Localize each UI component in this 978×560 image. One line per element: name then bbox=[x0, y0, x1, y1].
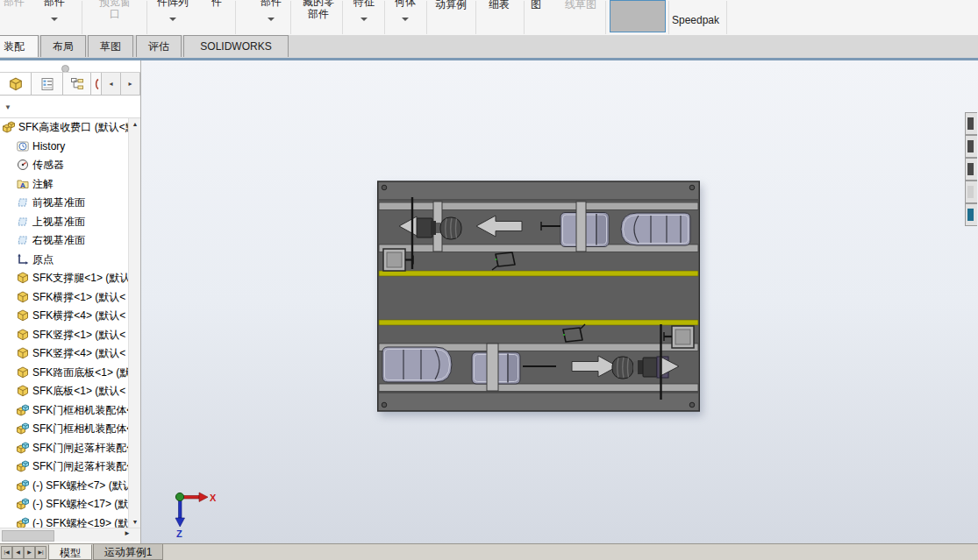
sensor-icon bbox=[17, 159, 30, 172]
tree-item[interactable]: History bbox=[0, 138, 129, 157]
ribbon-group-separator bbox=[146, 1, 147, 34]
task-pane-icon[interactable] bbox=[965, 112, 977, 135]
tree-item-label: 原点 bbox=[32, 252, 54, 267]
tree-item[interactable]: SFK路面底板<1> (默 bbox=[0, 364, 129, 383]
ribbon-group-separator bbox=[605, 1, 606, 34]
tab-label: 布局 bbox=[53, 40, 74, 53]
ribbon-item[interactable]: 何体 bbox=[387, 0, 424, 35]
tree-item[interactable]: SFK门闸起落杆装配体< bbox=[0, 439, 129, 458]
corner-bolt[interactable] bbox=[689, 185, 695, 190]
corner-bolt[interactable] bbox=[689, 402, 695, 408]
ribbon-item[interactable]: 藏的零 部件 bbox=[295, 0, 342, 35]
tree-item[interactable]: (-) SFK螺栓<19> (默 bbox=[0, 514, 129, 528]
ribbon-item[interactable]: 特征 bbox=[346, 0, 382, 35]
scroll-down-arrow[interactable]: ▼ bbox=[129, 516, 141, 528]
panel-scroll-left-icon[interactable]: ◂ bbox=[102, 73, 121, 95]
task-pane-glyph bbox=[967, 209, 974, 221]
subassembly-icon bbox=[17, 460, 30, 473]
motion-nav-next-button[interactable]: ▶ bbox=[24, 546, 35, 559]
scroll-right-arrow[interactable]: ► bbox=[124, 529, 131, 537]
tree-item[interactable]: SFK底板<1> (默认< bbox=[0, 382, 129, 401]
tree-item[interactable]: (-) SFK螺栓<7> (默认 bbox=[0, 477, 129, 496]
vehicle-bus[interactable] bbox=[382, 347, 452, 382]
tree-item[interactable]: SFK门框相机装配体< bbox=[0, 420, 129, 439]
tree-item[interactable]: A注解 bbox=[0, 175, 129, 195]
tab-assembly[interactable]: 装配体 bbox=[0, 35, 39, 57]
tree-item[interactable]: 传感器 bbox=[0, 156, 129, 175]
z-axis bbox=[179, 500, 182, 518]
scroll-up-arrow[interactable]: ▲ bbox=[129, 118, 141, 130]
motion-nav-previous-button[interactable]: ◀ bbox=[12, 546, 24, 559]
panel-tab-configurationmanager[interactable] bbox=[63, 73, 91, 95]
tree-item[interactable]: SFK横撑<1> (默认< bbox=[0, 288, 129, 308]
tree-item[interactable]: 前视基准面 bbox=[0, 194, 129, 213]
ribbon-item[interactable]: 件 bbox=[203, 0, 230, 35]
graphics-viewport[interactable]: X Z bbox=[141, 60, 978, 543]
corner-bolt[interactable] bbox=[382, 402, 387, 408]
tree-item[interactable]: (-) SFK螺栓<17> (默 bbox=[0, 495, 129, 514]
filter-dropdown-caret[interactable]: ▼ bbox=[4, 103, 11, 111]
solidworks-window: 部件部件预览窗 口件阵列件部件藏的零 部件特征何体动算例细表图线草图Speedp… bbox=[0, 0, 978, 560]
tree-item[interactable]: SFK支撑腿<1> (默认 bbox=[0, 269, 129, 288]
dropdown-caret-icon[interactable] bbox=[51, 18, 58, 25]
panel-tab-displaypane[interactable] bbox=[91, 73, 102, 95]
ribbon-item-label: 预览窗 口 bbox=[88, 0, 142, 20]
ribbon-item[interactable]: Speedpak bbox=[670, 0, 721, 35]
tab-label: 运动算例1 bbox=[104, 546, 153, 558]
tree-item[interactable]: 原点 bbox=[0, 251, 129, 270]
panel-tab-featuremanager[interactable] bbox=[0, 73, 32, 95]
panel-tab-propertymanager[interactable] bbox=[32, 73, 63, 95]
ribbon-item-label: 件阵列 bbox=[149, 0, 196, 8]
ribbon-item: 预览窗 口 bbox=[88, 0, 142, 35]
dropdown-caret-icon[interactable] bbox=[268, 18, 275, 25]
tree-vertical-scrollbar[interactable]: ▲ ▼ bbox=[128, 118, 140, 528]
tab-motion-study-1[interactable]: 运动算例1 bbox=[93, 544, 163, 560]
dropdown-caret-icon[interactable] bbox=[361, 18, 368, 25]
tree-item[interactable]: 上视基准面 bbox=[0, 213, 129, 232]
motion-nav-last-button[interactable]: ▶| bbox=[35, 546, 46, 559]
ribbon-group-separator bbox=[342, 1, 343, 34]
tree-item[interactable]: SFK门框相机装配体< bbox=[0, 401, 129, 421]
tree-item[interactable]: SFK竖撑<1> (默认< bbox=[0, 326, 129, 345]
ribbon-item[interactable]: 件阵列 bbox=[149, 0, 196, 35]
gantry-post[interactable] bbox=[576, 202, 586, 252]
tab-solidworks-addins[interactable]: SOLIDWORKS 插件 bbox=[183, 35, 289, 57]
tree-horizontal-scrollbar[interactable]: ► bbox=[0, 528, 141, 542]
tree-item-label: 注解 bbox=[32, 177, 54, 192]
tree-filter-row: ▼ bbox=[0, 96, 141, 118]
task-pane-icon[interactable] bbox=[965, 158, 977, 181]
tab-sketch[interactable]: 草图 bbox=[88, 35, 133, 57]
ribbon-item[interactable]: 部件 bbox=[253, 0, 289, 35]
tree-item[interactable]: SFK门闸起落杆装配体< bbox=[0, 457, 129, 477]
tab-evaluate[interactable]: 评估 bbox=[136, 35, 182, 57]
gantry-post[interactable] bbox=[487, 344, 498, 391]
tree-item-label: 传感器 bbox=[32, 158, 64, 173]
task-pane-icon[interactable] bbox=[965, 181, 977, 203]
ribbon-item[interactable]: 细表 bbox=[481, 0, 518, 35]
tree-item-label: History bbox=[32, 140, 65, 152]
corner-bolt[interactable] bbox=[382, 185, 387, 190]
tab-model[interactable]: 模型 bbox=[48, 544, 92, 560]
tab-label: 模型 bbox=[60, 547, 81, 559]
tree-item[interactable]: 右视基准面 bbox=[0, 231, 129, 251]
task-pane-icon[interactable] bbox=[965, 135, 977, 158]
command-tab-bar: 装配体 布局 草图 评估 SOLIDWORKS 插件 ▾▾▾▾▾ bbox=[0, 35, 978, 60]
dropdown-caret-icon[interactable] bbox=[402, 18, 409, 25]
tab-layout[interactable]: 布局 bbox=[40, 35, 86, 57]
ribbon-item[interactable]: 部件 bbox=[37, 0, 72, 35]
dropdown-caret-icon[interactable] bbox=[169, 18, 176, 25]
tree-item[interactable]: SFK高速收费口 (默认<默 bbox=[0, 118, 129, 138]
feature-manager-panel: ◂▸ ▼ SFK高速收费口 (默认<默History传感器A注解前视基准面上视基… bbox=[0, 60, 141, 543]
motion-nav-first-button[interactable]: |◀ bbox=[1, 546, 12, 559]
ribbon-item[interactable]: 图 bbox=[523, 0, 549, 35]
scrollbar-thumb[interactable] bbox=[2, 530, 54, 542]
vehicle-bus[interactable] bbox=[621, 213, 690, 245]
tree-item-label: SFK竖撑<1> (默认< bbox=[32, 328, 125, 343]
panel-scroll-right-icon[interactable]: ▸ bbox=[121, 73, 140, 95]
tree-item[interactable]: SFK横撑<4> (默认< bbox=[0, 307, 129, 326]
ribbon-item[interactable]: 动算例 bbox=[427, 0, 475, 35]
tree-item[interactable]: SFK竖撑<4> (默认< bbox=[0, 344, 129, 364]
ribbon-selected-toggle-button[interactable] bbox=[610, 0, 666, 32]
toll-station-model[interactable] bbox=[377, 181, 700, 412]
task-pane-icon[interactable] bbox=[965, 203, 977, 226]
